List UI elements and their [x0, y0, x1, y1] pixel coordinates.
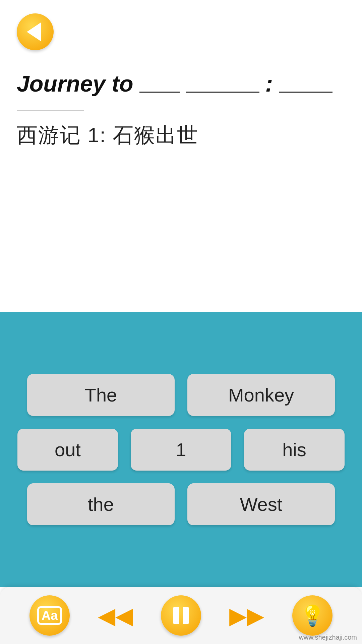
- divider: [17, 110, 84, 111]
- back-button[interactable]: [17, 13, 54, 50]
- word-button-west[interactable]: West: [187, 483, 335, 525]
- flashcard-button[interactable]: Aa: [29, 595, 70, 636]
- word-button-the-cap[interactable]: The: [27, 374, 175, 416]
- title-prefix: Journey to: [17, 70, 133, 97]
- bulb-icon: 💡: [300, 604, 325, 628]
- word-grid: The Monkey out 1 his the West: [13, 374, 349, 525]
- word-row-2: out 1 his: [17, 429, 345, 471]
- word-button-monkey[interactable]: Monkey: [187, 374, 335, 416]
- word-button-1[interactable]: 1: [131, 429, 231, 471]
- word-row-3: the West: [27, 483, 335, 525]
- title-blank1: [139, 90, 180, 93]
- title-section: Journey to :: [17, 70, 345, 97]
- forward-icon: [229, 602, 264, 629]
- title-line: Journey to :: [17, 70, 345, 97]
- word-button-the[interactable]: the: [27, 483, 175, 525]
- forward-button[interactable]: [227, 595, 267, 636]
- pause-button[interactable]: [161, 595, 201, 636]
- word-button-his[interactable]: his: [244, 429, 345, 471]
- flashcard-icon: Aa: [37, 606, 62, 625]
- watermark: www.shejizhaji.com: [299, 634, 357, 641]
- title-colon: :: [265, 70, 273, 97]
- pause-icon: [173, 607, 189, 624]
- pause-bar-1: [173, 607, 179, 624]
- chinese-title: 西游记 1: 石猴出世: [17, 121, 345, 149]
- hint-button[interactable]: 💡: [292, 595, 333, 636]
- pause-bar-2: [183, 607, 189, 624]
- rewind-icon: [98, 602, 133, 629]
- title-blank2: [186, 90, 259, 93]
- word-selection-area: The Monkey out 1 his the West: [0, 312, 362, 587]
- title-blank3: [279, 90, 333, 93]
- word-button-out[interactable]: out: [17, 429, 118, 471]
- word-row-1: The Monkey: [27, 374, 335, 416]
- rewind-button[interactable]: [95, 595, 135, 636]
- back-arrow-icon: [27, 22, 41, 41]
